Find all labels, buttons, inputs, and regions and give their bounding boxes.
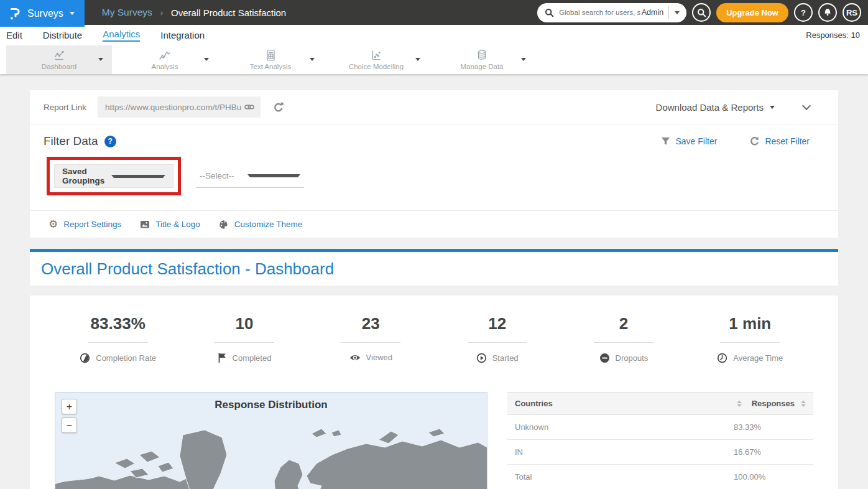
regenerate-link-button[interactable] [273,102,284,113]
map-zoom-in-button[interactable]: + [62,399,77,414]
database-icon [475,49,489,62]
sort-icon[interactable] [737,401,742,407]
funnel-icon [661,137,670,146]
clock-icon [717,353,727,363]
title-logo-link[interactable]: Title & Logo [140,220,200,229]
flag-icon [218,353,227,363]
report-link-row: Report Link https://www.questionpro.com/… [30,90,838,124]
segment-select-dropdown[interactable]: --Select-- [196,164,304,188]
stat-label: Completion Rate [96,353,156,363]
stat-value: 12 [434,314,560,333]
saved-groupings-dropdown[interactable]: Saved Groupings [54,164,173,188]
global-search[interactable]: Admin [537,3,686,22]
filter-data-title: Filter Data [44,134,98,148]
breadcrumb: My Surveys › Overall Product Satisfactio… [102,0,286,25]
chevron-down-icon[interactable] [310,58,315,61]
link-icon[interactable] [244,102,254,112]
tab-integration[interactable]: Integration [160,30,205,40]
chevron-down-icon[interactable] [521,58,526,61]
chevron-down-icon[interactable] [98,58,103,61]
divider [668,6,669,19]
minus-circle-icon [599,353,610,363]
filter-help-icon[interactable]: ? [104,136,116,147]
upgrade-now-button[interactable]: Upgrade Now [716,3,788,22]
avatar[interactable]: RS [843,3,861,22]
product-switcher-label: Surveys [27,8,63,19]
chevron-down-icon[interactable] [204,58,209,61]
refresh-link-icon [273,102,284,113]
tab-choice-modelling[interactable]: Choice Modelling [323,45,429,74]
reset-icon [749,136,759,146]
tab-label: Choice Modelling [349,63,404,70]
tab-analysis[interactable]: Analysis [112,45,218,74]
divider [594,342,653,343]
chevron-down-icon [111,175,165,178]
report-link-url: https://www.questionpro.com/t/PHBu [105,103,244,112]
download-label: Download Data & Reports [656,102,764,113]
download-data-reports-menu[interactable]: Download Data & Reports [656,102,775,113]
tab-distribute[interactable]: Distribute [43,30,82,40]
map-title: Response Distribution [55,399,487,411]
stat-value: 10 [181,314,307,333]
divider [215,342,274,343]
stat-started: 12 Started [434,314,560,363]
country-cell: Unknown [515,422,734,432]
report-link-field[interactable]: https://www.questionpro.com/t/PHBu [98,96,261,118]
title-band: Overall Product Satisfaction - Dashboard [30,252,838,286]
breadcrumb-my-surveys[interactable]: My Surveys [102,7,152,18]
help-button[interactable]: ? [794,3,813,22]
countries-table: Countries Responses Unknown 83.33% IN 16… [507,392,813,489]
responses-column-header[interactable]: Responses [752,399,795,408]
sort-icon[interactable] [801,401,806,407]
tab-edit[interactable]: Edit [6,30,22,40]
tab-dashboard[interactable]: Dashboard [6,45,112,74]
global-search-input[interactable] [558,8,642,17]
stat-label: Average Time [733,353,783,363]
countries-column-header[interactable]: Countries [515,399,737,408]
product-switcher[interactable]: Surveys [0,0,85,27]
report-settings-label: Report Settings [63,220,121,229]
search-scope-selector[interactable]: Admin [642,8,668,17]
tab-analytics[interactable]: Analytics [103,29,140,42]
chevron-down-icon[interactable] [415,58,420,61]
tab-manage-data[interactable]: Manage Data [429,45,535,74]
scatter-chart-icon [369,49,383,62]
map-zoom-controls: + − [62,399,77,433]
bell-icon [823,7,833,17]
stat-completion-rate: 83.33% Completion Rate [55,314,181,363]
report-settings-card: Report Link https://www.questionpro.com/… [30,90,838,238]
play-circle-icon [476,353,487,363]
search-button[interactable] [692,3,711,22]
divider [720,342,780,343]
chevron-down-icon[interactable] [675,11,680,14]
tab-label: Text Analysis [250,63,291,70]
table-row: Unknown 83.33% [507,415,813,440]
report-settings-links: ⚙ Report Settings Title & Logo Customize… [30,210,838,238]
world-map[interactable] [55,416,487,489]
eye-icon [349,353,361,362]
trend-chart-icon [158,49,172,62]
collapse-chevron-icon[interactable] [802,101,811,109]
responses-cell: 83.33% [734,422,806,432]
countries-table-header: Countries Responses [507,392,813,415]
stats-row: 83.33% Completion Rate 10 [55,314,813,363]
dashboard-card: 83.33% Completion Rate 10 [30,296,838,489]
breadcrumb-separator: › [160,8,163,17]
customize-theme-link[interactable]: Customize Theme [219,220,302,230]
responses-cell: 100.00% [734,472,806,482]
country-cell: IN [515,447,734,457]
save-filter-button[interactable]: Save Filter [661,136,718,146]
tab-text-analysis[interactable]: Text Analysis [218,45,323,74]
stat-average-time: 1 min Average Time [687,314,813,363]
image-icon [140,220,150,229]
stat-label: Started [492,353,519,363]
document-table-icon [264,49,277,62]
report-settings-link[interactable]: ⚙ Report Settings [48,219,121,230]
map-zoom-out-button[interactable]: − [62,417,77,433]
reset-filter-button[interactable]: Reset Filter [749,136,810,146]
notifications-button[interactable] [818,3,837,22]
segment-select-value: --Select-- [200,171,247,180]
reset-filter-label: Reset Filter [765,136,810,146]
viz-row: + − Response Distribution [55,392,813,489]
palette-icon [219,220,229,230]
